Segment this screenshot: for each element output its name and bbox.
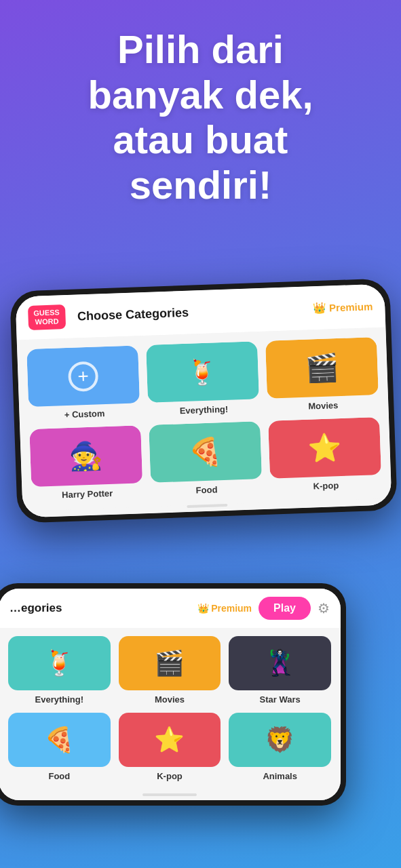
- phone-screen-top: GUESSWORD Choose Categories 👑 Premium + …: [15, 284, 392, 518]
- hero-section: Pilih dari banyak dek, atau buat sendiri…: [0, 0, 401, 222]
- category-card-kpop-bottom[interactable]: ⭐ K-pop: [119, 713, 221, 781]
- category-card-kpop-top[interactable]: ⭐ K-pop: [268, 417, 382, 493]
- premium-badge-top[interactable]: 👑 Premium: [313, 300, 373, 315]
- bottom-screen-title: …egories: [9, 601, 62, 615]
- category-img-food-top: 🍕: [149, 421, 262, 483]
- category-label-food-bottom: Food: [48, 771, 70, 781]
- category-card-food-top[interactable]: 🍕 Food: [149, 421, 263, 497]
- premium-badge-bottom[interactable]: 👑 Premium: [197, 603, 252, 614]
- category-label-everything: Everything!: [179, 404, 228, 416]
- phone-mockup-bottom: …egories 👑 Premium Play ⚙ 🍹 Everything! …: [0, 583, 346, 806]
- category-card-harry-potter[interactable]: 🧙 Harry Potter: [29, 426, 143, 502]
- category-label-movies-bottom: Movies: [155, 694, 185, 705]
- category-card-everything-bottom[interactable]: 🍹 Everything!: [8, 636, 111, 705]
- category-label-everything-bottom: Everything!: [35, 694, 84, 705]
- category-label-harry-potter: Harry Potter: [62, 488, 113, 500]
- hero-title: Pilih dari banyak dek, atau buat sendiri…: [20, 27, 381, 208]
- category-card-food-bottom[interactable]: 🍕 Food: [8, 713, 111, 781]
- category-card-movies-bottom[interactable]: 🎬 Movies: [119, 636, 221, 705]
- screen-header-bottom: …egories 👑 Premium Play ⚙: [0, 589, 341, 628]
- category-card-star-wars[interactable]: 🦹 Star Wars: [229, 636, 331, 705]
- category-label-kpop-top: K-pop: [313, 481, 339, 492]
- bottom-header-right: 👑 Premium Play ⚙: [197, 597, 330, 620]
- phone-mockup-top: GUESSWORD Choose Categories 👑 Premium + …: [9, 278, 398, 524]
- category-img-harry-potter: 🧙: [29, 426, 142, 488]
- category-label-food-top: Food: [195, 485, 217, 496]
- category-label-custom: + Custom: [64, 408, 105, 420]
- category-card-everything[interactable]: 🍹 Everything!: [146, 342, 260, 418]
- category-label-movies: Movies: [308, 400, 339, 412]
- categories-grid-bottom: 🍹 Everything! 🎬 Movies 🦹 Star Wars 🍕 Foo…: [0, 628, 341, 789]
- category-card-movies[interactable]: 🎬 Movies: [265, 337, 379, 413]
- settings-icon[interactable]: ⚙: [318, 600, 330, 616]
- play-button[interactable]: Play: [259, 597, 311, 620]
- category-img-kpop-bottom: ⭐: [119, 713, 221, 767]
- category-img-everything-bottom: 🍹: [8, 636, 111, 690]
- app-logo: GUESSWORD: [28, 304, 66, 330]
- category-img-movies-bottom: 🎬: [119, 636, 221, 690]
- plus-icon: +: [68, 361, 99, 392]
- crown-icon-bottom: 👑: [197, 603, 209, 614]
- category-card-custom[interactable]: + + Custom: [26, 346, 140, 422]
- phone-screen-bottom: …egories 👑 Premium Play ⚙ 🍹 Everything! …: [0, 589, 341, 800]
- category-img-food-bottom: 🍕: [8, 713, 111, 767]
- category-label-animals: Animals: [263, 771, 297, 781]
- category-label-star-wars: Star Wars: [260, 694, 301, 705]
- category-img-kpop-top: ⭐: [268, 417, 381, 479]
- crown-icon: 👑: [313, 301, 327, 315]
- category-img-animals: 🦁: [229, 713, 331, 767]
- screen-title: Choose Categories: [77, 305, 189, 323]
- category-img-star-wars: 🦹: [229, 636, 331, 690]
- category-img-custom: +: [26, 346, 140, 408]
- category-card-animals[interactable]: 🦁 Animals: [229, 713, 331, 781]
- categories-grid-top: + + Custom 🍹 Everything! 🎬 Movies 🧙 Harr…: [17, 328, 392, 511]
- category-img-everything: 🍹: [146, 342, 259, 403]
- category-label-kpop-bottom: K-pop: [157, 771, 183, 781]
- category-img-movies: 🎬: [265, 337, 379, 399]
